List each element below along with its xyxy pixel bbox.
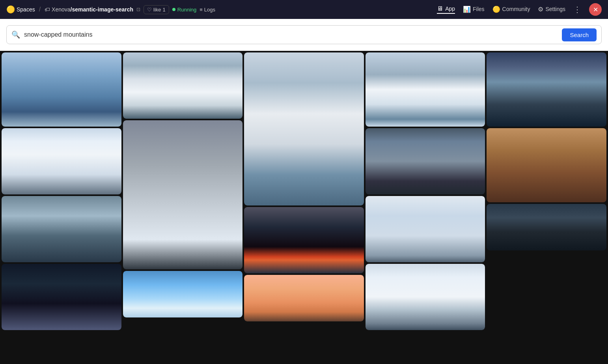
list-item[interactable]	[2, 196, 121, 262]
list-item[interactable]	[2, 128, 121, 194]
list-item[interactable]	[2, 264, 121, 330]
logs-button[interactable]: ≡ Logs	[200, 7, 215, 13]
files-icon: 📊	[463, 6, 471, 13]
nav-item-files[interactable]: 📊 Files	[463, 6, 485, 14]
files-label: Files	[473, 6, 485, 12]
topbar: 🟡 Spaces / 🏷 Xenova/semantic-image-searc…	[0, 0, 608, 19]
search-bar: 🔍 Search	[6, 25, 602, 44]
settings-icon: ⚙	[538, 6, 543, 13]
like-button[interactable]: ♡ like 1	[144, 5, 169, 14]
list-item[interactable]	[366, 196, 485, 262]
list-item[interactable]	[123, 120, 243, 269]
like-count: 1	[163, 7, 166, 13]
breadcrumb-sep-1: /	[39, 6, 41, 13]
list-item[interactable]	[366, 52, 485, 127]
list-item[interactable]	[123, 52, 243, 119]
logs-icon: ≡	[200, 7, 203, 13]
nav-item-settings[interactable]: ⚙ Settings	[538, 6, 565, 14]
nav-item-app[interactable]: 🖥 App	[437, 5, 455, 14]
search-section: 🔍 Search	[0, 19, 608, 51]
app-icon: 🖥	[437, 5, 443, 12]
repo-user: Xenova	[52, 6, 70, 13]
search-icon: 🔍	[11, 30, 20, 39]
spaces-emoji: 🟡	[6, 5, 15, 14]
app-label: App	[445, 6, 455, 12]
list-item[interactable]	[123, 271, 243, 317]
community-label: Community	[502, 6, 530, 12]
list-item[interactable]	[487, 52, 606, 127]
status-dot	[172, 8, 175, 11]
nav-item-community[interactable]: 🟡 Community	[492, 6, 530, 14]
list-item[interactable]	[366, 128, 485, 194]
settings-label: Settings	[545, 6, 565, 12]
community-icon: 🟡	[492, 6, 500, 13]
repo-icon: 🏷	[45, 6, 50, 13]
repo-name-text: semantic-image-search	[72, 6, 133, 13]
topbar-left: 🟡 Spaces / 🏷 Xenova/semantic-image-searc…	[6, 5, 434, 14]
repo-path[interactable]: 🏷 Xenova/semantic-image-search	[45, 6, 133, 13]
spaces-text: Spaces	[17, 6, 35, 13]
logs-label: Logs	[204, 7, 215, 13]
spaces-label[interactable]: 🟡 Spaces	[6, 5, 35, 14]
list-item[interactable]	[244, 52, 364, 205]
search-input[interactable]	[24, 31, 558, 38]
list-item[interactable]	[487, 128, 606, 202]
topbar-right: 🖥 App 📊 Files 🟡 Community ⚙ Settings ⋮ ✕	[437, 3, 602, 16]
heart-icon: ♡	[147, 7, 152, 13]
list-item[interactable]	[244, 275, 364, 321]
image-grid	[0, 51, 608, 364]
list-item[interactable]	[366, 264, 485, 330]
status-label: Running	[177, 7, 196, 13]
list-item[interactable]	[244, 207, 364, 273]
more-button[interactable]: ⋮	[573, 5, 581, 14]
close-button[interactable]: ✕	[589, 3, 602, 16]
list-item[interactable]	[487, 204, 606, 250]
list-item[interactable]	[2, 52, 121, 127]
status-running: Running	[172, 7, 196, 13]
search-button[interactable]: Search	[562, 28, 597, 41]
like-label: like	[153, 7, 161, 13]
copy-icon[interactable]: ⊡	[136, 7, 140, 12]
